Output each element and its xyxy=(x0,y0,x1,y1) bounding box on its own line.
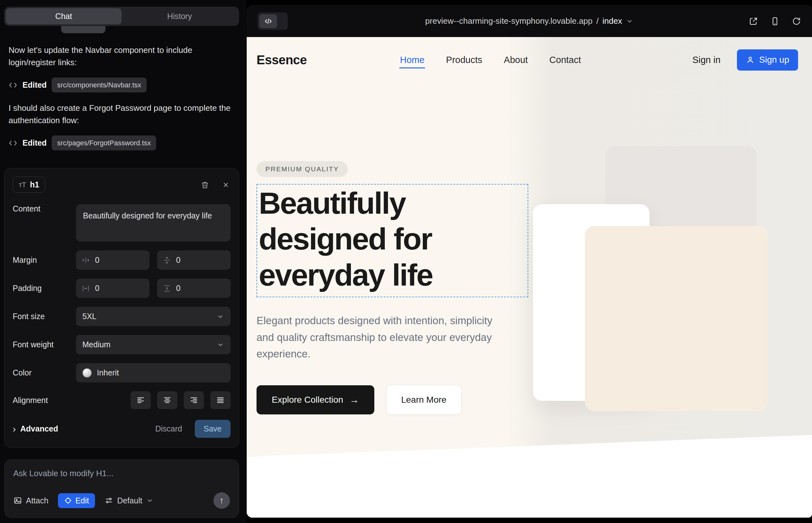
truncated-chip xyxy=(61,26,105,33)
padding-horizontal-icon xyxy=(82,284,90,292)
alignment-label: Alignment xyxy=(13,396,76,405)
align-right-button[interactable] xyxy=(184,391,204,409)
nav-auth-group: Sign in Sign up xyxy=(692,49,798,71)
element-editor-panel: тT h1 × Content Beautifully designed for… xyxy=(4,168,239,448)
attach-button[interactable]: Attach xyxy=(13,496,49,505)
mobile-view-button[interactable] xyxy=(770,16,780,26)
typography-icon: тT xyxy=(19,181,26,189)
color-value: Inherit xyxy=(97,368,119,377)
selected-element-tag[interactable]: тT h1 xyxy=(13,177,45,193)
hero-title[interactable]: Beautifully designed for everyday life xyxy=(259,185,525,293)
content-input[interactable]: Beautifully designed for everyday life xyxy=(76,204,231,241)
arrow-right-icon: → xyxy=(350,395,359,405)
align-left-button[interactable] xyxy=(130,391,151,409)
code-icon xyxy=(8,81,17,90)
hero-badge: PREMIUM QUALITY xyxy=(257,161,348,177)
chat-messages: Now let's update the Navbar component to… xyxy=(0,33,247,160)
content-label: Content xyxy=(13,204,76,213)
hero-cta-row: Explore Collection → Learn More xyxy=(257,385,812,415)
nav-link-products[interactable]: Products xyxy=(445,52,483,68)
learn-more-button[interactable]: Learn More xyxy=(386,385,461,415)
prompt-input[interactable]: Ask Lovable to modify H1... xyxy=(13,469,230,479)
explore-collection-label: Explore Collection xyxy=(272,395,343,405)
font-size-select[interactable]: 5XL xyxy=(76,307,231,326)
chevron-down-icon xyxy=(146,497,154,504)
padding-x-input[interactable]: 0 xyxy=(76,278,149,298)
hero-description: Elegant products designed with intention… xyxy=(257,312,510,362)
chevron-down-icon xyxy=(217,341,224,348)
margin-x-value: 0 xyxy=(95,255,100,265)
font-weight-select[interactable]: Medium xyxy=(76,335,231,354)
edited-label: Edited xyxy=(22,79,47,91)
margin-y-input[interactable]: 0 xyxy=(157,250,231,270)
nav-link-contact[interactable]: Contact xyxy=(549,52,582,68)
margin-vertical-icon xyxy=(163,256,171,264)
discard-button[interactable]: Discard xyxy=(155,424,182,433)
color-swatch xyxy=(82,368,92,378)
padding-y-value: 0 xyxy=(176,284,180,293)
site-preview: Essence Home Products About Contact Sign… xyxy=(247,37,812,518)
advanced-toggle[interactable]: Advanced xyxy=(20,424,58,433)
image-icon xyxy=(13,496,22,505)
padding-y-input[interactable]: 0 xyxy=(157,278,231,298)
explore-collection-button[interactable]: Explore Collection → xyxy=(257,385,374,414)
padding-label: Padding xyxy=(13,284,76,293)
padding-vertical-icon xyxy=(163,284,171,292)
site-navbar: Essence Home Products About Contact Sign… xyxy=(247,37,812,83)
chevron-right-icon: › xyxy=(13,424,16,434)
color-label: Color xyxy=(13,368,76,377)
url-bar[interactable]: preview--charming-site-symphony.lovable.… xyxy=(425,16,634,26)
font-weight-value: Medium xyxy=(82,340,110,349)
padding-x-value: 0 xyxy=(95,284,100,293)
nav-link-home[interactable]: Home xyxy=(399,52,425,68)
edited-file-row: Edited src/pages/ForgotPassword.tsx xyxy=(8,136,236,150)
selected-h1-outline[interactable]: Beautifully designed for everyday life xyxy=(257,184,528,297)
default-mode-button[interactable]: Default xyxy=(105,496,154,505)
close-editor-button[interactable]: × xyxy=(221,180,231,190)
open-in-new-tab-button[interactable] xyxy=(749,16,758,26)
sign-in-link[interactable]: Sign in xyxy=(692,55,721,65)
color-select[interactable]: Inherit xyxy=(76,363,231,382)
file-chip[interactable]: src/pages/ForgotPassword.tsx xyxy=(52,136,156,150)
builder-sidebar: Chat History Now let's update the Navbar… xyxy=(0,0,247,523)
sign-up-label: Sign up xyxy=(759,55,789,65)
send-button[interactable]: ↑ xyxy=(213,492,230,509)
sign-up-button[interactable]: Sign up xyxy=(737,49,798,71)
sliders-icon xyxy=(105,496,113,505)
person-icon xyxy=(746,55,755,64)
margin-y-value: 0 xyxy=(176,255,180,265)
chevron-down-icon xyxy=(626,17,633,25)
edit-mode-button[interactable]: Edit xyxy=(58,493,95,508)
preview-panel: preview--charming-site-symphony.lovable.… xyxy=(247,5,812,518)
tab-chat[interactable]: Chat xyxy=(6,8,122,24)
element-tag-label: h1 xyxy=(30,180,39,189)
file-chip[interactable]: src/components/Navbar.tsx xyxy=(52,77,146,92)
toggle-empty-segment[interactable] xyxy=(277,14,286,28)
prompt-box: Ask Lovable to modify H1... Attach Edit … xyxy=(4,459,239,518)
align-center-button[interactable] xyxy=(157,391,177,409)
hero-section: PREMIUM QUALITY Beautifully designed for… xyxy=(247,83,812,415)
delete-element-button[interactable] xyxy=(200,180,210,190)
preview-toolbar: preview--charming-site-symphony.lovable.… xyxy=(247,5,812,37)
font-size-label: Font size xyxy=(13,312,76,321)
font-weight-label: Font weight xyxy=(13,340,76,349)
code-view-button[interactable] xyxy=(259,14,277,28)
edited-label: Edited xyxy=(22,137,47,149)
tab-history[interactable]: History xyxy=(122,8,237,24)
save-button[interactable]: Save xyxy=(195,420,231,438)
edit-label: Edit xyxy=(75,496,89,505)
margin-x-input[interactable]: 0 xyxy=(76,250,149,270)
font-size-value: 5XL xyxy=(82,312,96,321)
chat-history-tabbar: Chat History xyxy=(4,7,239,26)
assistant-message: I should also create a Forgot Password p… xyxy=(8,102,236,127)
preview-url: preview--charming-site-symphony.lovable.… xyxy=(425,16,593,26)
margin-label: Margin xyxy=(13,255,76,265)
nav-link-about[interactable]: About xyxy=(503,52,529,68)
refresh-button[interactable] xyxy=(792,16,801,26)
code-preview-toggle xyxy=(258,12,288,30)
crosshair-icon xyxy=(64,497,72,505)
assistant-message: Now let's update the Navbar component to… xyxy=(8,44,236,69)
site-logo[interactable]: Essence xyxy=(257,53,307,67)
align-justify-button[interactable] xyxy=(210,391,231,409)
preview-page-name: index xyxy=(602,16,622,26)
